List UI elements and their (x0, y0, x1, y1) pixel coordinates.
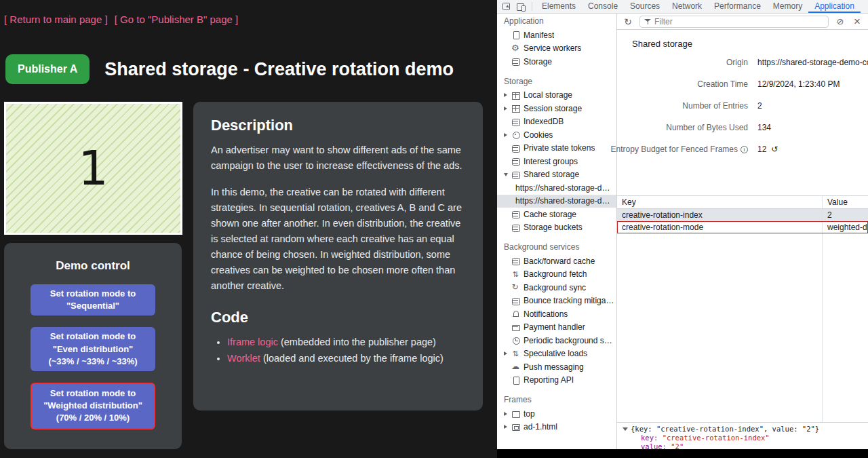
entry-preview-pane: {key: "creative-rotation-index", value: … (617, 422, 868, 449)
cookie-icon (511, 130, 520, 139)
devtools-window: Elements Console Sources Network Perform… (497, 0, 868, 458)
tab-sources[interactable]: Sources (624, 0, 666, 13)
filter-box[interactable] (639, 16, 829, 28)
table-header-row[interactable]: Key Value (617, 196, 868, 209)
refresh-icon[interactable] (623, 16, 633, 27)
rotation-weighted-distribution-button[interactable]: Set rotation mode to "Weighted distribut… (31, 383, 155, 430)
sidebar-item-payment-handler[interactable]: Payment handler (497, 321, 616, 335)
database-icon (511, 157, 520, 166)
document-icon (511, 376, 520, 385)
clock-icon (511, 336, 520, 345)
expand-arrow-icon[interactable] (504, 425, 511, 429)
sidebar-item-back-forward-cache[interactable]: Back/forward cache (497, 254, 616, 268)
publisher-badge: Publisher A (5, 54, 90, 84)
description-title: Description (211, 117, 465, 134)
iframe-logic-link[interactable]: Iframe logic (227, 337, 278, 347)
database-icon (511, 170, 520, 179)
table-row[interactable]: creative-rotation-index 2 (617, 209, 868, 221)
top-navigation: [ Return to main page ] [ Go to "Publish… (4, 14, 242, 25)
description-panel: Description An advertiser may want to sh… (193, 102, 483, 411)
sidebar-item-private-state-tokens[interactable]: Private state tokens (497, 142, 616, 155)
delete-all-icon[interactable] (835, 16, 846, 27)
tab-network[interactable]: Network (666, 0, 708, 13)
sidebar-item-frame-top[interactable]: top (497, 407, 616, 421)
info-icon[interactable] (741, 146, 748, 153)
sidebar-item-local-storage[interactable]: Local storage (497, 89, 616, 102)
reset-budget-icon[interactable] (771, 145, 778, 154)
preview-property: key: "creative-rotation-index" (623, 434, 868, 442)
sync-icon (511, 283, 520, 292)
inspect-element-icon[interactable] (502, 1, 512, 12)
sidebar-item-notifications[interactable]: Notifications (497, 307, 616, 321)
sidebar-item-bounce-tracking-mitigations[interactable]: Bounce tracking mitiga… (497, 294, 616, 308)
sidebar-section-background-services: Background services (497, 240, 616, 254)
cloud-icon (511, 362, 520, 371)
sidebar-item-frame-ad-1[interactable]: ad-1.html (497, 421, 616, 434)
sidebar-item-periodic-background-sync[interactable]: Periodic background s… (497, 334, 616, 347)
device-toolbar-icon[interactable] (516, 2, 526, 12)
table-row[interactable]: creative-rotation-mode weighted-distribu… (617, 221, 868, 233)
manifest-icon (511, 31, 520, 39)
tab-performance[interactable]: Performance (708, 0, 767, 13)
table-icon (511, 91, 520, 100)
tab-console[interactable]: Console (582, 0, 624, 13)
expand-arrow-icon[interactable] (504, 351, 511, 356)
sidebar-item-shared-storage-origin-1[interactable]: https://shared-storage-d… (497, 181, 616, 195)
sidebar-item-session-storage[interactable]: Session storage (497, 102, 616, 115)
sidebar-item-background-sync[interactable]: Background sync (497, 281, 616, 294)
worklet-link[interactable]: Worklet (227, 353, 260, 364)
sidebar-item-shared-storage-origin-2[interactable]: https://shared-storage-d… (497, 195, 616, 208)
code-title: Code (211, 309, 465, 326)
sidebar-item-shared-storage[interactable]: Shared storage (497, 168, 616, 182)
filter-input[interactable] (654, 17, 824, 26)
sidebar-item-interest-groups[interactable]: Interest groups (497, 155, 616, 168)
sidebar-item-storage[interactable]: Storage (497, 55, 616, 69)
up-down-arrows-icon (511, 349, 520, 358)
bottom-bar (497, 449, 868, 458)
creative-number: 1 (78, 140, 108, 196)
sidebar-item-service-workers[interactable]: Service workers (497, 42, 616, 56)
expand-arrow-icon[interactable] (504, 107, 511, 111)
tab-application[interactable]: Application (808, 0, 861, 13)
column-header-key[interactable]: Key (617, 197, 822, 207)
meta-row-origin: Origin https://shared-storage-demo-co (617, 52, 868, 73)
page-title: Shared storage - Creative rotation demo (104, 59, 454, 80)
sidebar-item-storage-buckets[interactable]: Storage buckets (497, 221, 616, 235)
collapse-triangle-icon[interactable] (623, 427, 628, 431)
demo-control-title: Demo control (56, 259, 130, 273)
sidebar-item-cache-storage[interactable]: Cache storage (497, 208, 616, 221)
bell-icon (511, 309, 520, 318)
tab-memory[interactable]: Memory (767, 0, 808, 13)
meta-row-creation-time: Creation Time 12/9/2024, 1:23:40 PM (617, 73, 868, 95)
return-main-page-link[interactable]: [ Return to main page ] (4, 14, 108, 25)
list-item: Worklet (loaded and executed by the ifra… (227, 351, 465, 366)
sidebar-item-speculative-loads[interactable]: Speculative loads (497, 347, 616, 361)
sidebar-item-background-fetch[interactable]: Background fetch (497, 268, 616, 282)
rotation-even-distribution-button[interactable]: Set rotation mode to "Even distribution"… (31, 327, 155, 371)
meta-row-number-of-bytes: Number of Bytes Used 134 (617, 117, 868, 138)
sidebar-item-push-messaging[interactable]: Push messaging (497, 360, 616, 374)
screenshot-root: [ Return to main page ] [ Go to "Publish… (0, 0, 868, 458)
expand-arrow-icon[interactable] (504, 93, 511, 97)
database-icon (511, 210, 520, 218)
collapse-arrow-icon[interactable] (504, 173, 511, 176)
sidebar-item-cookies[interactable]: Cookies (497, 128, 616, 142)
close-icon[interactable] (852, 16, 863, 27)
column-header-value[interactable]: Value (822, 196, 868, 208)
tab-elements[interactable]: Elements (536, 0, 582, 13)
preview-property: value: "2" (623, 442, 868, 449)
sidebar-section-storage: Storage (497, 74, 616, 89)
list-item: Iframe logic (embedded into the publishe… (227, 335, 465, 350)
expand-arrow-icon[interactable] (504, 412, 511, 416)
rotation-sequential-button[interactable]: Set rotation mode to "Sequential" (31, 284, 155, 316)
publisher-b-page-link[interactable]: [ Go to "Publisher B" page ] (115, 14, 238, 25)
sidebar-item-reporting-api[interactable]: Reporting API (497, 374, 616, 387)
preview-summary: {key: "creative-rotation-index", value: … (623, 425, 868, 434)
storage-icon (511, 57, 520, 66)
database-icon (511, 223, 520, 232)
expand-arrow-icon[interactable] (504, 133, 511, 137)
shared-storage-view: Shared storage Origin https://shared-sto… (617, 14, 868, 449)
sidebar-item-indexeddb[interactable]: IndexedDB (497, 115, 616, 129)
database-icon (511, 144, 520, 153)
sidebar-item-manifest[interactable]: Manifest (497, 28, 616, 42)
